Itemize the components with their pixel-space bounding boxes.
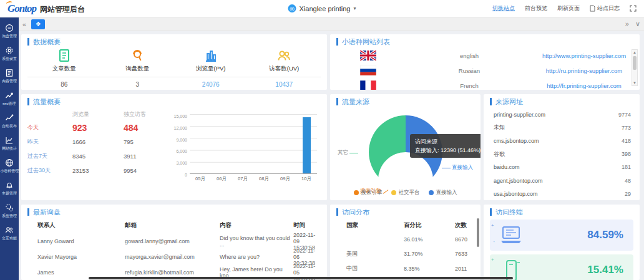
tabs-scroll-left-button[interactable]: « (22, 21, 26, 28)
publish-trend-icon (5, 113, 14, 122)
sidebar-item-languages[interactable]: 小语种管理 (0, 156, 19, 177)
stat-inquiries: 询盘数量 (101, 48, 175, 73)
sidebar-item-theme[interactable]: 主题管理 (0, 178, 19, 200)
lang-site-link[interactable]: http://www.printing-supplier.com (535, 52, 633, 59)
distribution-row: 中国8.35%2011 (336, 261, 474, 276)
sidebar-nav: 询盘管理 系统设置 内容管理 seo管理 自动发布 网站统计 小语种管理 主题 (0, 17, 19, 280)
header-actions: 切换站点 前台预览 刷新页面 站点日志 (492, 4, 637, 12)
distribution-scrollbar[interactable] (477, 218, 479, 247)
site-selector-label: Xianglee printing (300, 5, 351, 12)
stat-articles: 文章数量 (27, 48, 101, 73)
panel-visit-terminal: 访问终端 84.59% 15.41% (484, 205, 640, 280)
legend-social[interactable]: 社交平台 (391, 189, 420, 196)
y-axis-labels: 15,00012,0009,0006,0003,0000 (170, 114, 190, 177)
content-doc-icon (5, 69, 14, 77)
site-log-button[interactable]: 站点日志 (590, 4, 620, 12)
switch-site-button[interactable]: 切换站点 (492, 4, 515, 12)
tab-dashboard[interactable]: ❖ (31, 19, 45, 29)
panel-title: 来源网址 (490, 98, 633, 105)
visitors-icon (276, 48, 291, 63)
horizontal-scrollbar[interactable] (89, 277, 513, 279)
source-url-row: printing-supplier.com9774 (490, 108, 633, 121)
stat-pv-value[interactable]: 24076 (174, 81, 248, 88)
sidebar-item-content[interactable]: 内容管理 (0, 66, 19, 87)
bar-column (232, 114, 253, 173)
panel-traffic-overview: 流量概要 浏览量 独立访客 今天 923 484 (21, 94, 327, 200)
panel-title: 流量来源 (336, 98, 474, 105)
col-unique-visitors: 独立访客 (124, 110, 170, 118)
trend-up-icon (5, 91, 14, 100)
chart-tooltip: 访问来源 直接输入: 12390 (51.46%) (410, 134, 481, 158)
bell-icon (5, 181, 14, 190)
panel-language-sites: 小语种网站列表 english http://www.printing-supp… (330, 34, 640, 90)
dashboard-diamond-icon: ❖ (36, 21, 41, 27)
bar-column (296, 114, 317, 173)
source-url-row: usa.jsbontop.com29 (490, 187, 633, 200)
inquiry-row: Lanny Goward goward.lanny@gmail.com Did … (27, 232, 321, 248)
lang-site-row: French http://fr.printing-supplier.com (336, 78, 633, 90)
uk-flag (360, 51, 376, 60)
panel-title: 访问分布 (336, 208, 474, 216)
panel-traffic-source: 流量来源 其它 直接输入 搜索引擎 访问来源 直接输入: 123 (330, 94, 481, 200)
distribution-row: 美国31.70%7633 (336, 247, 474, 262)
scroll-down-arrow[interactable]: ▼ (633, 80, 637, 85)
legend-dot (354, 190, 359, 195)
top-header: Gontop 网站管理后台 ◎ Xianglee printing ▾ 切换站点… (0, 0, 644, 17)
lang-site-link[interactable]: http://ru.printing-supplier.com (535, 67, 633, 74)
front-preview-button[interactable]: 前台预览 (525, 4, 547, 12)
bar-column (190, 114, 211, 173)
sidebar-item-auto-publish[interactable]: 自动发布 (0, 111, 19, 132)
globe-icon (5, 158, 14, 167)
stat-pageviews: 浏览量(PV) (174, 48, 248, 73)
gear-icon (5, 46, 14, 55)
traffic-row-yesterday: 昨天 1666 795 (27, 135, 170, 149)
sidebar-item-system-settings[interactable]: 系统设置 (0, 44, 19, 65)
legend-direct[interactable]: 直接输入 (429, 189, 457, 196)
refresh-page-button[interactable]: 刷新页面 (557, 4, 580, 12)
callout-other: 其它 (338, 149, 358, 157)
stat-uv-value[interactable]: 10437 (248, 81, 321, 88)
russia-flag (360, 65, 376, 75)
sidebar-item-site-stats[interactable]: 网站统计 (0, 133, 19, 155)
sidebar-item-inquiry[interactable]: 询盘管理 (0, 21, 19, 42)
inquiry-icon (5, 24, 14, 32)
sidebar-item-system-admin[interactable]: 系统管理 (0, 201, 19, 222)
app-logo: Gontop 网站管理后台 (7, 2, 85, 15)
tabs-menu-button[interactable]: ∨ (635, 20, 640, 28)
stat-articles-value: 86 (27, 81, 101, 88)
col-pageviews: 浏览量 (72, 110, 124, 118)
lang-site-row: english http://www.printing-supplier.com (336, 48, 633, 63)
terminal-card-desktop: 84.59% (490, 220, 633, 251)
stat-visitors: 访客数(UV) (248, 48, 321, 73)
lang-site-link[interactable]: http://fr.printing-supplier.com (535, 82, 633, 89)
sidebar-item-interaction[interactable]: 交互功能 (0, 223, 19, 244)
traffic-source-donut: 其它 直接输入 搜索引擎 访问来源 直接输入: 12390 (51.46%) 搜… (336, 108, 474, 195)
panel-title: 流量概要 (27, 98, 321, 105)
source-url-row: cms.jsbontop.com418 (490, 134, 633, 147)
fullscreen-icon[interactable] (630, 5, 637, 12)
scroll-up-arrow[interactable]: ▲ (633, 50, 637, 55)
legend-dot (391, 190, 396, 195)
tabs-scroll-right-button[interactable]: » (625, 20, 629, 28)
people-icon (5, 226, 14, 234)
article-icon (57, 48, 72, 63)
desktop-percentage: 84.59% (587, 229, 623, 241)
traffic-row-30days: 过去30天 23153 9954 (27, 163, 170, 178)
panel-title: 访问终端 (490, 208, 633, 216)
legend-search-engine[interactable]: 搜索引擎 (354, 189, 383, 196)
site-selector[interactable]: ◎ Xianglee printing ▾ (288, 4, 356, 12)
bar-plot-area (190, 114, 317, 174)
bar (303, 117, 311, 173)
terminal-card-mobile: 15.41% (490, 254, 633, 280)
panel-title: 小语种网站列表 (336, 38, 633, 46)
distribution-header: 国家 百分比 次数 (336, 218, 474, 232)
dashboard-grid: 数据概要 文章数量 询盘数量 浏览量(PV) (19, 31, 644, 280)
sidebar-item-seo[interactable]: seo管理 (0, 89, 19, 110)
scrollbar-thumb[interactable] (633, 56, 637, 70)
source-url-row: agent.jsbontop.com48 (490, 174, 633, 187)
bar-column (253, 114, 275, 173)
app-title: 网站管理后台 (40, 4, 85, 15)
lang-list-scrollbar[interactable]: ▲ ▼ (632, 49, 638, 86)
logo-wordmark: Gontop (7, 2, 36, 15)
lang-name: english (404, 52, 535, 59)
